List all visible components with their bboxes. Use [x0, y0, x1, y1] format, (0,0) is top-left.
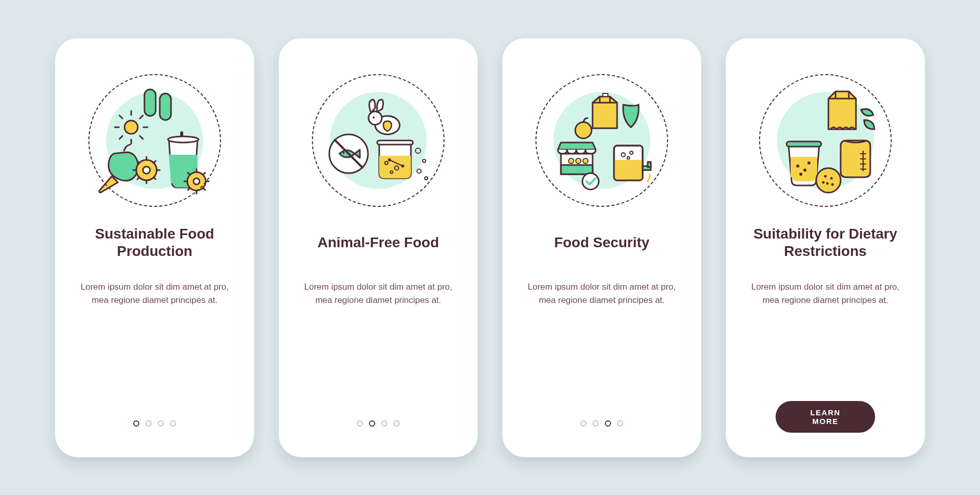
dot-2[interactable]: [593, 420, 599, 427]
animal-free-icon: [312, 74, 445, 207]
screen-description: Lorem ipsum dolor sit dim amet at pro, m…: [523, 280, 681, 308]
onboarding-screen-3: Food Security Lorem ipsum dolor sit dim …: [502, 38, 701, 457]
onboarding-screen-2: Animal-Free Food Lorem ipsum dolor sit d…: [279, 38, 478, 457]
dot-2[interactable]: [145, 420, 152, 427]
dot-3[interactable]: [605, 420, 611, 427]
dot-1[interactable]: [357, 420, 363, 427]
food-security-icon: [535, 74, 668, 207]
screen-description: Lorem ipsum dolor sit dim amet at pro, m…: [746, 280, 904, 308]
dot-2[interactable]: [369, 420, 375, 427]
screen-title: Sustainable Food Production: [76, 225, 234, 260]
dot-1[interactable]: [133, 420, 139, 427]
dietary-restrictions-icon: [759, 74, 892, 207]
pagination-dots: [279, 420, 478, 427]
dot-3[interactable]: [158, 420, 164, 427]
onboarding-screen-1: Sustainable Food Production Lorem ipsum …: [55, 38, 254, 457]
pagination-dots: [502, 420, 701, 427]
svg-line-33: [203, 188, 205, 190]
onboarding-screen-4: Suitability for Dietary Restrictions Lor…: [726, 38, 925, 457]
dot-4[interactable]: [617, 420, 623, 427]
pagination-dots: [55, 420, 254, 427]
sustainable-production-icon: [88, 74, 221, 207]
dot-1[interactable]: [580, 420, 586, 427]
dot-4[interactable]: [394, 420, 400, 427]
screen-title: Food Security: [551, 225, 653, 260]
dot-3[interactable]: [381, 420, 387, 427]
screen-description: Lorem ipsum dolor sit dim amet at pro, m…: [299, 280, 457, 308]
screen-title: Suitability for Dietary Restrictions: [746, 225, 904, 260]
learn-more-button[interactable]: LEARN MORE: [776, 401, 875, 433]
dot-4[interactable]: [170, 420, 176, 427]
screen-description: Lorem ipsum dolor sit dim amet at pro, m…: [76, 280, 234, 308]
screen-title: Animal-Free Food: [314, 225, 442, 260]
